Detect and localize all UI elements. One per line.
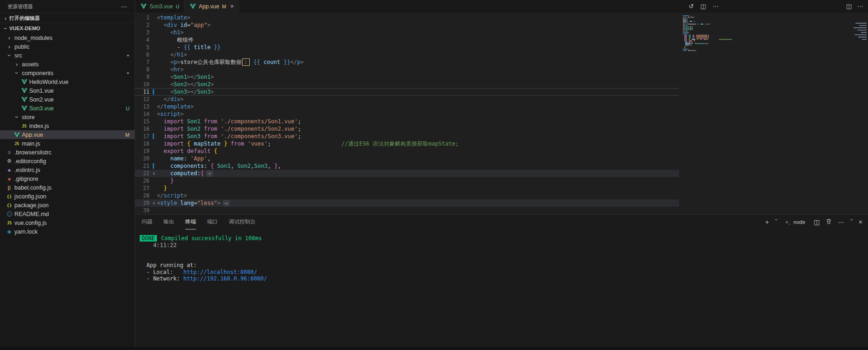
code-line-28[interactable]: 28</script>: [135, 192, 679, 199]
tree-item-App.vue[interactable]: App.vueM: [0, 130, 135, 139]
code-line-22[interactable]: 22› computed:{⋯: [135, 170, 679, 177]
tree-item-main.js[interactable]: JSmain.js: [0, 139, 135, 148]
panel-more-actions-button[interactable]: ⋯: [838, 219, 844, 225]
code-line-4[interactable]: 4 根组件: [135, 36, 679, 44]
line-number: 13: [143, 103, 149, 110]
line-number: 22: [143, 170, 149, 177]
folded-code-ellipsis[interactable]: ⋯: [206, 171, 213, 177]
explorer-tree: ›node_modules›public›src●›assets›compone…: [0, 33, 135, 350]
tree-item-components[interactable]: ›components●: [0, 69, 135, 77]
split-terminal-button[interactable]: ◫: [814, 219, 820, 225]
terminal-profile-dropdown[interactable]: ˇ: [775, 219, 777, 225]
new-terminal-button[interactable]: +: [765, 219, 769, 225]
explorer-more-icon[interactable]: ⋯: [121, 3, 127, 10]
tree-item-public[interactable]: ›public: [0, 42, 135, 51]
terminal-link[interactable]: http://localhost:8080/: [183, 269, 257, 275]
close-panel-button[interactable]: ×: [859, 219, 862, 225]
tree-item-src[interactable]: ›src●: [0, 51, 135, 60]
tree-item-jsconfig.json[interactable]: {}jsconfig.json: [0, 192, 135, 201]
code-line-11[interactable]: 11 <Son3></Son3>: [135, 88, 679, 95]
tree-item-package.json[interactable]: {}package.json: [0, 201, 135, 210]
tree-item-index.js[interactable]: JSindex.js: [0, 121, 135, 130]
code-line-39[interactable]: 39: [135, 207, 679, 214]
editor-more-actions-icon[interactable]: ⋯: [713, 3, 719, 9]
code-line-26[interactable]: 26 }: [135, 177, 679, 185]
terminal-instance-node[interactable]: >_node: [783, 218, 807, 226]
babel-icon: β: [6, 185, 13, 191]
terminal-text: App running at:: [140, 262, 197, 268]
kill-terminal-button[interactable]: [826, 218, 832, 226]
project-section[interactable]: › VUEX-DEMO: [0, 23, 135, 33]
fold-chevron-icon[interactable]: ›: [152, 199, 155, 207]
terminal-output[interactable]: DONE Compiled successfully in 108ms 4:11…: [135, 229, 868, 282]
code-line-29[interactable]: 29›<style lang="less">⋯: [135, 199, 679, 207]
tree-item-Son3.vue[interactable]: Son3.vueU: [0, 104, 135, 113]
code-line-18[interactable]: 18 import { mapState } from 'vuex'; //通过…: [135, 140, 679, 147]
tab-Son3.vue[interactable]: Son3.vueU: [135, 0, 184, 13]
tree-item-Son2.vue[interactable]: Son2.vue: [0, 95, 135, 104]
tab-App.vue[interactable]: App.vueM×: [184, 0, 239, 13]
chevron-expanded-icon: ›: [14, 114, 20, 121]
tree-item-Son1.vue[interactable]: Son1.vue: [0, 86, 135, 95]
code-line-10[interactable]: 10 <Son2></Son2>: [135, 81, 679, 88]
maximize-panel-button[interactable]: ˆ: [850, 219, 853, 225]
corner-more-actions-icon[interactable]: ⋯: [857, 3, 863, 9]
vue-icon: [140, 4, 147, 9]
split-editor-icon[interactable]: ◫: [700, 3, 706, 9]
window-bottom-edge: [0, 347, 868, 350]
open-editors-section[interactable]: › 打开的编辑器: [0, 13, 135, 23]
code-line-13[interactable]: 13</template>: [135, 103, 679, 110]
panel-tab-问题[interactable]: 问题: [142, 215, 152, 229]
close-icon[interactable]: ×: [230, 3, 234, 10]
code-editor[interactable]: 1<template>2 <div id="app">3 <h1>4 根组件5 …: [135, 13, 868, 214]
panel-tab-端口[interactable]: 端口: [207, 215, 218, 229]
tree-item-babel.config.js[interactable]: βbabel.config.js: [0, 183, 135, 192]
code-line-17[interactable]: 17 import Son3 from './components/Son3.v…: [135, 133, 679, 140]
tree-item-.browserslistrc[interactable]: ≡.browserslistrc: [0, 148, 135, 157]
tree-item-README.md[interactable]: iREADME.md: [0, 210, 135, 218]
code-line-14[interactable]: 14<script>: [135, 110, 679, 118]
fold-chevron-icon[interactable]: ›: [152, 170, 155, 177]
code-line-2[interactable]: 2 <div id="app">: [135, 21, 679, 29]
code-line-12[interactable]: 12 </div>: [135, 95, 679, 103]
tree-item-.eslintrc.js[interactable]: ◆.eslintrc.js: [0, 165, 135, 174]
code-line-7[interactable]: 7 <p>store公共仓库获取数据： {{ count }}</p>: [135, 58, 679, 66]
tree-item-.gitignore[interactable]: ◆.gitignore: [0, 174, 135, 183]
terminal-link[interactable]: http://192.168.0.96:8080/: [183, 275, 267, 282]
panel-tab-终端[interactable]: 终端: [185, 215, 196, 229]
line-number: 16: [143, 125, 149, 133]
code-line-16[interactable]: 16 import Son2 from './components/Son2.v…: [135, 125, 679, 133]
code-text: computed:{⋯: [157, 170, 679, 177]
code-line-21[interactable]: 21 components: { Son1, Son2,Son3, },: [135, 162, 679, 170]
code-line-9[interactable]: 9 <Son1></Son1>: [135, 73, 679, 81]
git-status-badge: M: [125, 132, 130, 138]
code-line-1[interactable]: 1<template>: [135, 14, 679, 21]
tree-item-assets[interactable]: ›assets: [0, 60, 135, 69]
folded-code-ellipsis[interactable]: ⋯: [223, 200, 230, 206]
tree-item-node_modules[interactable]: ›node_modules: [0, 33, 135, 42]
code-line-8[interactable]: 8 <hr>: [135, 66, 679, 73]
panel-tab-输出[interactable]: 输出: [163, 215, 174, 229]
panel-tab-调试控制台[interactable]: 调试控制台: [229, 215, 256, 229]
code-line-6[interactable]: 6 </h1>: [135, 51, 679, 58]
terminal-line: DONE Compiled successfully in 108ms: [140, 235, 868, 242]
corner-split-editor-icon[interactable]: ◫: [846, 3, 852, 9]
code-line-5[interactable]: 5 - {{ title }}: [135, 44, 679, 51]
code-text: <script>: [157, 110, 679, 118]
tree-item-HelloWorld.vue[interactable]: HelloWorld.vue: [0, 77, 135, 86]
code-text: </div>: [157, 95, 679, 103]
timeline-icon[interactable]: ↺: [689, 3, 694, 9]
minimap[interactable]: [683, 15, 727, 53]
code-line-19[interactable]: 19 export default {: [135, 147, 679, 155]
line-gutter: 12: [135, 95, 157, 103]
code-line-3[interactable]: 3 <h1>: [135, 29, 679, 36]
line-number: 9: [146, 73, 149, 81]
git-modified-marker: [153, 163, 154, 169]
code-line-27[interactable]: 27 }: [135, 185, 679, 192]
tree-item-store[interactable]: ›store: [0, 113, 135, 121]
tree-item-.editorconfig[interactable]: ⚙.editorconfig: [0, 157, 135, 165]
tree-item-vue.config.js[interactable]: JSvue.config.js: [0, 218, 135, 227]
code-line-15[interactable]: 15 import Son1 from './components/Son1.v…: [135, 118, 679, 125]
tree-item-yarn.lock[interactable]: ◉yarn.lock: [0, 227, 135, 236]
code-line-20[interactable]: 20 name: 'App',: [135, 155, 679, 162]
